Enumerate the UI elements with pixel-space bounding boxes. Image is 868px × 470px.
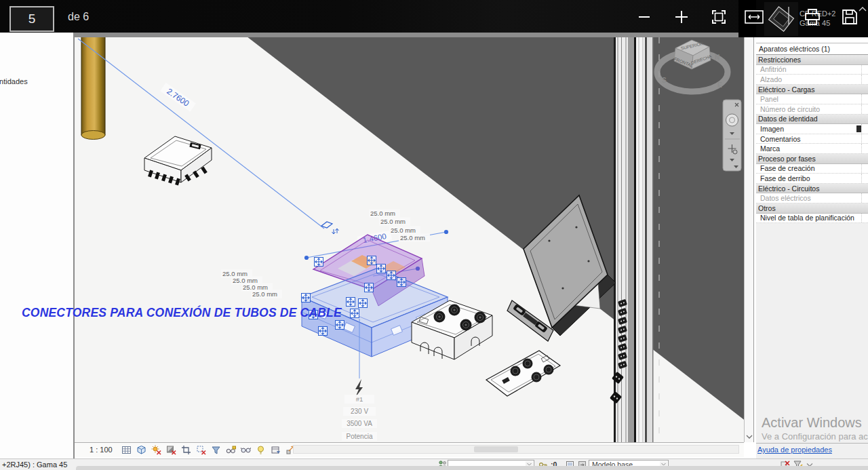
visual-style-icon[interactable]: [136, 444, 146, 455]
property-row[interactable]: Anfitrión: [756, 65, 868, 75]
section-row[interactable]: Restricciones: [756, 55, 868, 65]
crop-region-icon[interactable]: [195, 444, 206, 455]
property-row[interactable]: Panel: [756, 94, 868, 104]
temporary-hide-lock-icon[interactable]: [225, 444, 236, 455]
type-selector-thumbnail[interactable]: [764, 2, 798, 36]
crop-view-icon[interactable]: [180, 444, 191, 455]
profile-pole-device[interactable]: [610, 37, 659, 442]
svg-text:25.0 mm: 25.0 mm: [370, 210, 395, 217]
type-selector-partial[interactable]: [756, 37, 868, 43]
selection-status-text: +2RJ45) : Gama 45: [2, 461, 67, 469]
flip-control-icon[interactable]: [321, 222, 339, 234]
wall-plane[interactable]: [241, 37, 744, 421]
property-row[interactable]: Marca: [756, 144, 868, 154]
section-row[interactable]: Proceso por fases: [756, 154, 868, 164]
fit-screen-button[interactable]: [706, 5, 732, 28]
annotation-note: CONECTORES PARA CONEXIÓN DE TUBOS DE CAB…: [22, 306, 342, 320]
property-row[interactable]: Alzado: [756, 75, 868, 85]
property-row[interactable]: Datos eléctricos: [756, 193, 868, 203]
fit-width-button[interactable]: [743, 5, 765, 28]
canvas-vertical-scrollbar[interactable]: [744, 37, 754, 442]
collapse-toolbar-button[interactable]: [856, 0, 868, 20]
socket-plate-device[interactable]: [486, 351, 560, 396]
taskbar-edge: [76, 466, 868, 470]
detail-level-icon[interactable]: [121, 444, 132, 455]
chevron-down-icon: [746, 434, 753, 439]
fit-width-icon: [745, 9, 764, 24]
svg-text:25.0 mm: 25.0 mm: [391, 227, 416, 234]
lightning-icon: [355, 379, 363, 397]
windows-activation-subtext: Ve a Configuración para ac: [762, 431, 868, 442]
sun-path-icon[interactable]: [151, 444, 161, 455]
property-row[interactable]: Número de circuito: [756, 104, 868, 115]
zoom-in-button[interactable]: [669, 5, 694, 28]
svg-text:Potencia: Potencia: [347, 433, 373, 440]
svg-text:N: N: [715, 54, 719, 61]
chevron-up-icon: [859, 6, 867, 12]
temporary-view-properties-icon[interactable]: [270, 444, 281, 455]
plus-icon: [673, 9, 690, 25]
property-row[interactable]: Fase de creación: [756, 164, 868, 174]
category-row[interactable]: Aparatos eléctricos (1): [756, 43, 868, 55]
section-row[interactable]: Otros: [756, 203, 868, 214]
fit-screen-icon: [711, 9, 727, 25]
svg-text:2.7600: 2.7600: [165, 87, 191, 109]
print-icon: [802, 7, 823, 27]
print-button[interactable]: [800, 5, 825, 28]
svg-text:25.0 mm: 25.0 mm: [400, 234, 425, 241]
scale-control[interactable]: 1 : 100: [90, 446, 113, 454]
drawing-canvas[interactable]: 2.7600 1.4600: [75, 37, 744, 442]
filter-icon[interactable]: [210, 444, 221, 455]
svg-text:230 V: 230 V: [351, 408, 368, 415]
svg-text:3500 VA: 3500 VA: [347, 420, 372, 427]
part-thumbnail-icon: [766, 4, 796, 34]
shadows-icon[interactable]: [165, 444, 176, 455]
truncated-panel-text: antidades: [0, 77, 28, 85]
browse-button[interactable]: [856, 125, 861, 132]
reveal-hidden-icon[interactable]: [255, 444, 266, 455]
windows-activation-watermark: Activar Windows: [762, 415, 862, 431]
properties-help-link[interactable]: Ayuda de propiedades: [757, 446, 832, 454]
property-row[interactable]: Nivel de tabla de planificación: [756, 214, 868, 224]
svg-text:#1: #1: [356, 395, 363, 403]
svg-text:25.0 mm: 25.0 mm: [380, 218, 406, 225]
properties-help-row: Ayuda de propiedades: [756, 443, 868, 458]
section-row[interactable]: Eléctrico - Circuitos: [756, 184, 868, 194]
navigation-bar[interactable]: [723, 100, 741, 171]
viewer-toolbar: 5 de 6 CF RED+2Gama 45: [0, 0, 868, 33]
temporary-hide-icon[interactable]: [240, 444, 251, 455]
section-row[interactable]: Datos de identidad: [756, 115, 868, 125]
column-element[interactable]: [81, 37, 105, 140]
view-control-bar: 1 : 100: [75, 442, 744, 457]
property-row[interactable]: Fase de derribo: [756, 174, 868, 184]
svg-text:25.0 mm: 25.0 mm: [252, 290, 277, 298]
scrollbar-thumb[interactable]: [474, 446, 518, 452]
zoom-out-button[interactable]: [631, 5, 657, 28]
svg-text:E: E: [717, 81, 722, 89]
page-count-label: de 6: [68, 11, 89, 23]
property-row[interactable]: Comentarios: [756, 134, 868, 144]
property-row[interactable]: Imagen: [756, 124, 868, 134]
minus-icon: [637, 9, 652, 24]
steering-wheel-icon: [726, 114, 738, 126]
background-app-pane: antidades: [0, 33, 75, 458]
properties-panel: Aparatos eléctricos (1) Restricciones An…: [756, 37, 868, 443]
section-row[interactable]: Eléctrico - Cargas: [756, 85, 868, 95]
svg-text:S: S: [662, 77, 667, 84]
junction-box-device[interactable]: [144, 136, 212, 186]
canvas-horizontal-scrollbar[interactable]: [293, 445, 739, 454]
page-number-box[interactable]: 5: [9, 6, 54, 32]
